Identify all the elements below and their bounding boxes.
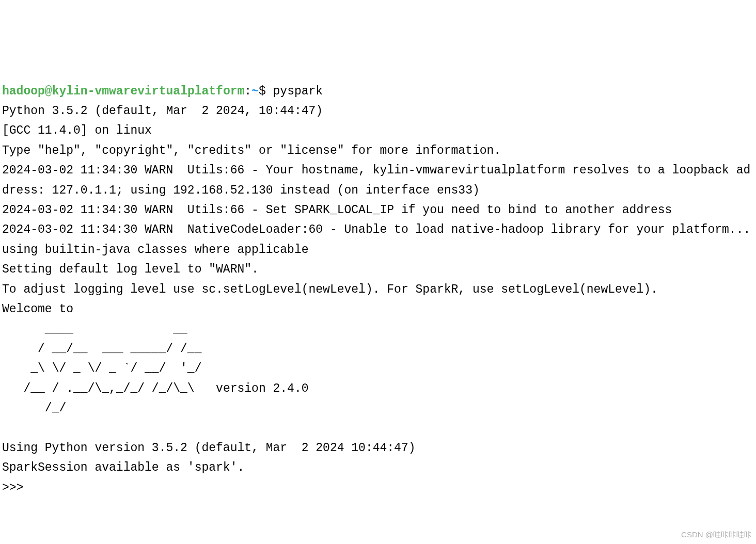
python-version-line: Python 3.5.2 (default, Mar 2 2024, 10:44… bbox=[2, 104, 323, 118]
warn-hostname-line: 2024-03-02 11:34:30 WARN Utils:66 - Your… bbox=[2, 164, 750, 197]
loglevel-line: Setting default log level to "WARN". bbox=[2, 263, 259, 276]
prompt-colon: : bbox=[244, 85, 251, 98]
help-line: Type "help", "copyright", "credits" or "… bbox=[2, 144, 501, 157]
ascii-art-4: /__ / .__/\_,_/_/ /_/\_\ version 2.4.0 bbox=[2, 382, 309, 395]
prompt-dollar: $ bbox=[259, 85, 273, 98]
terminal-output[interactable]: hadoop@kylin-vmwarevirtualplatform:~$ py… bbox=[2, 82, 754, 498]
prompt-host: kylin-vmwarevirtualplatform bbox=[52, 85, 245, 98]
command-text: pyspark bbox=[273, 85, 323, 98]
ascii-art-3: _\ \/ _ \/ _ `/ __/ '_/ bbox=[2, 362, 201, 375]
prompt-path: ~ bbox=[251, 85, 259, 98]
ascii-art-5: /_/ bbox=[2, 402, 66, 415]
using-python-line: Using Python version 3.5.2 (default, Mar… bbox=[2, 441, 416, 455]
ascii-art-1: ____ __ bbox=[2, 323, 187, 336]
warn-sparklocalip-line: 2024-03-02 11:34:30 WARN Utils:66 - Set … bbox=[2, 203, 672, 217]
repl-prompt[interactable]: >>> bbox=[2, 481, 30, 494]
prompt-at: @ bbox=[45, 85, 52, 98]
watermark-text: CSDN @哇咔咔哇咔 bbox=[681, 528, 752, 541]
warn-nativecode-line: 2024-03-02 11:34:30 WARN NativeCodeLoade… bbox=[2, 223, 756, 256]
ascii-art-2: / __/__ ___ _____/ /__ bbox=[2, 342, 201, 356]
gcc-line: [GCC 11.4.0] on linux bbox=[2, 124, 152, 137]
adjust-log-line: To adjust logging level use sc.setLogLev… bbox=[2, 283, 658, 296]
welcome-line: Welcome to bbox=[2, 302, 73, 316]
sparksession-line: SparkSession available as 'spark'. bbox=[2, 461, 244, 474]
prompt-user: hadoop bbox=[2, 85, 45, 98]
